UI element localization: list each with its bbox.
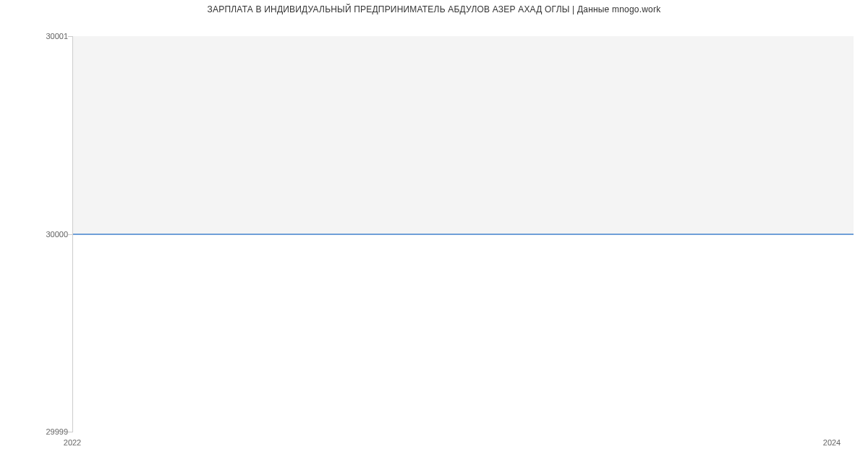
y-tick [68, 432, 72, 432]
y-tick [68, 36, 72, 37]
x-tick-label: 2022 [64, 438, 81, 447]
y-tick [68, 234, 72, 235]
chart-title: ЗАРПЛАТА В ИНДИВИДУАЛЬНЫЙ ПРЕДПРИНИМАТЕЛ… [0, 4, 868, 14]
salary-chart: ЗАРПЛАТА В ИНДИВИДУАЛЬНЫЙ ПРЕДПРИНИМАТЕЛ… [0, 0, 868, 470]
y-tick-label: 30000 [46, 230, 68, 239]
series-area-fill [72, 36, 854, 234]
series-line [72, 234, 854, 235]
x-tick-label: 2024 [823, 438, 841, 447]
y-tick-label: 30001 [46, 32, 68, 40]
y-axis [72, 36, 73, 432]
y-tick-label: 29999 [46, 427, 68, 436]
